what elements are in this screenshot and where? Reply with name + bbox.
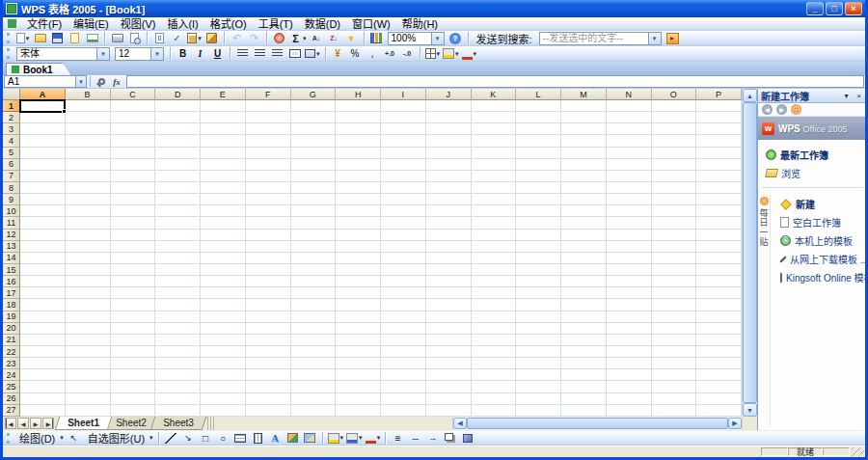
cell-P1[interactable] <box>696 100 742 112</box>
cell-C16[interactable] <box>111 276 156 287</box>
export-button[interactable] <box>67 31 83 45</box>
cell-N9[interactable] <box>607 194 652 205</box>
row-header-2[interactable]: 2 <box>3 112 20 123</box>
horizontal-scroll-thumb[interactable] <box>467 418 728 429</box>
cell-F12[interactable] <box>246 230 291 241</box>
fill-color-caret-icon[interactable]: ▾ <box>455 50 459 58</box>
cell-L16[interactable] <box>516 276 561 287</box>
cell-F25[interactable] <box>246 381 291 392</box>
cell-N18[interactable] <box>607 299 652 311</box>
cell-O15[interactable] <box>652 264 697 276</box>
cell-J17[interactable] <box>426 287 472 299</box>
cell-M19[interactable] <box>561 311 607 323</box>
font-color-button[interactable]: ▾ <box>461 46 478 61</box>
cell-H9[interactable] <box>336 194 381 205</box>
cell-D26[interactable] <box>155 393 201 405</box>
line-color-caret-icon[interactable]: ▾ <box>359 434 363 442</box>
cell-A14[interactable] <box>20 253 66 264</box>
cell-D21[interactable] <box>155 335 201 346</box>
cell-D10[interactable] <box>155 205 201 217</box>
cell-N17[interactable] <box>607 287 652 299</box>
cell-J7[interactable] <box>426 171 472 182</box>
cell-K3[interactable] <box>472 123 517 135</box>
templates-from-web-link[interactable]: 从网上下载模板 ... <box>773 250 867 268</box>
cell-D23[interactable] <box>155 358 201 369</box>
cell-H17[interactable] <box>336 287 381 299</box>
cell-L19[interactable] <box>516 311 561 323</box>
cell-L14[interactable] <box>516 253 561 264</box>
cell-K11[interactable] <box>472 217 517 229</box>
next-sheet-button[interactable]: ▶ <box>30 418 41 429</box>
merge-options-caret-icon[interactable]: ▾ <box>316 50 320 58</box>
row-header-8[interactable]: 8 <box>3 182 20 194</box>
cell-I9[interactable] <box>381 194 426 205</box>
new-button[interactable]: ▾ <box>14 31 31 45</box>
cell-N1[interactable] <box>607 100 652 112</box>
cell-M10[interactable] <box>561 205 607 217</box>
underline-button[interactable]: U <box>209 46 226 61</box>
cell-F7[interactable] <box>246 171 291 182</box>
cell-I10[interactable] <box>381 205 426 217</box>
cell-N22[interactable] <box>607 346 652 358</box>
cell-K16[interactable] <box>472 276 517 287</box>
cell-J3[interactable] <box>426 123 472 135</box>
cell-N24[interactable] <box>607 369 652 381</box>
send-mail-button[interactable] <box>84 31 100 45</box>
cell-L22[interactable] <box>516 346 561 358</box>
select-all-corner[interactable] <box>3 89 20 100</box>
cell-E12[interactable] <box>201 230 246 241</box>
column-header-P[interactable]: P <box>696 89 742 100</box>
cell-M22[interactable] <box>561 346 607 358</box>
cell-F22[interactable] <box>246 346 291 358</box>
cell-G15[interactable] <box>291 264 337 276</box>
row-header-12[interactable]: 12 <box>3 230 20 241</box>
row-header-22[interactable]: 22 <box>3 346 20 358</box>
cell-G1[interactable] <box>291 100 337 112</box>
cell-P5[interactable] <box>696 148 742 159</box>
cell-C27[interactable] <box>111 405 156 417</box>
font-color-button[interactable]: ▾ <box>365 431 382 446</box>
cell-L7[interactable] <box>516 171 561 182</box>
cell-P22[interactable] <box>696 346 742 358</box>
cell-M24[interactable] <box>561 369 607 381</box>
cell-I6[interactable] <box>381 159 426 171</box>
autofilter-button[interactable]: ▼ <box>343 31 360 45</box>
cell-C18[interactable] <box>111 299 156 311</box>
cell-E24[interactable] <box>201 369 246 381</box>
merge-options-button[interactable]: ▾ <box>304 46 321 61</box>
autoshapes-menu-button[interactable]: 自选图形(U)▾ <box>83 431 154 446</box>
cell-M11[interactable] <box>561 217 607 229</box>
cell-L15[interactable] <box>516 264 561 276</box>
column-header-E[interactable]: E <box>201 89 246 100</box>
cell-B26[interactable] <box>66 393 111 405</box>
cell-K6[interactable] <box>472 159 517 171</box>
formula-find-button[interactable] <box>94 75 109 88</box>
row-header-14[interactable]: 14 <box>3 253 20 264</box>
cell-P2[interactable] <box>696 112 742 123</box>
cell-G16[interactable] <box>291 276 337 287</box>
column-header-J[interactable]: J <box>426 89 472 100</box>
cell-L2[interactable] <box>516 112 561 123</box>
cell-J11[interactable] <box>426 217 472 229</box>
cell-J12[interactable] <box>426 230 472 241</box>
cell-L17[interactable] <box>516 287 561 299</box>
kingsoft-online-templates-link[interactable]: Kingsoft Online 模板 <box>773 268 867 286</box>
cell-A12[interactable] <box>20 230 66 241</box>
cell-H6[interactable] <box>336 159 381 171</box>
cell-C13[interactable] <box>111 241 156 253</box>
cell-M25[interactable] <box>561 381 607 392</box>
cell-I19[interactable] <box>381 311 426 323</box>
cell-K15[interactable] <box>472 264 517 276</box>
column-header-M[interactable]: M <box>561 89 607 100</box>
cell-I27[interactable] <box>381 405 426 417</box>
cell-B6[interactable] <box>66 159 111 171</box>
cell-P23[interactable] <box>696 358 742 369</box>
column-header-I[interactable]: I <box>381 89 426 100</box>
align-right-button[interactable] <box>269 46 285 61</box>
cell-L25[interactable] <box>516 381 561 392</box>
cell-B4[interactable] <box>66 135 111 147</box>
autosum-caret-icon[interactable]: ▾ <box>303 35 307 42</box>
cell-J27[interactable] <box>426 405 472 417</box>
paste-button[interactable]: ▾ <box>186 31 203 45</box>
cell-J21[interactable] <box>426 335 472 346</box>
